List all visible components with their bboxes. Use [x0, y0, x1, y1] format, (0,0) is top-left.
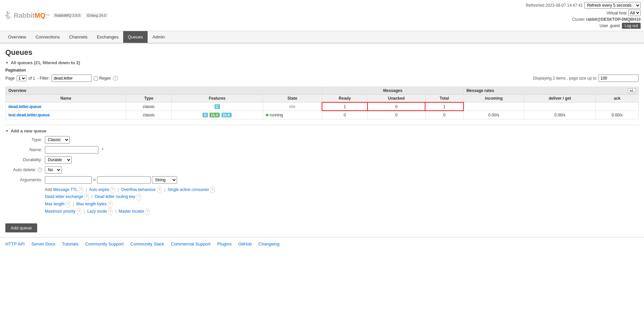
max-priority-link[interactable]: Maximum priority	[45, 209, 75, 214]
lazy-mode-help[interactable]: ?	[108, 208, 113, 215]
regex-checkbox[interactable]	[94, 76, 98, 81]
auto-expire-help[interactable]: ?	[110, 186, 115, 194]
queues-table: Overview Messages Message rates +/- Name…	[5, 87, 639, 119]
queue-ready: 0	[322, 111, 368, 119]
add-queue-label: Add a new queue	[11, 128, 47, 133]
page-size-info: Displaying 2 items , page size up to:	[533, 75, 639, 82]
logo-tm: TM	[45, 13, 50, 16]
master-locator-link[interactable]: Master locator	[119, 209, 144, 214]
queue-features: D	[172, 102, 263, 111]
arguments-row: Arguments: = String Number Boolean	[5, 176, 639, 184]
max-length-link[interactable]: Max length	[45, 202, 65, 206]
max-priority-help[interactable]: ?	[77, 208, 81, 215]
logo-area: 🐇 RabbitMQTM RabbitMQ 3.9.5 Erlang 24.0	[3, 11, 108, 20]
col-features: Features	[172, 95, 263, 103]
single-active-link[interactable]: Single active consumer	[168, 187, 209, 192]
msg-ttl-help[interactable]: ?	[79, 186, 83, 194]
nav-exchanges[interactable]: Exchanges	[92, 31, 123, 43]
footer-tutorials[interactable]: Tutorials	[62, 241, 78, 246]
overflow-link[interactable]: Overflow behaviour	[121, 187, 156, 192]
overflow-help[interactable]: ?	[157, 186, 162, 194]
auto-delete-help[interactable]: ?	[37, 168, 42, 172]
footer-community-support[interactable]: Community Support	[85, 241, 124, 246]
single-active-help[interactable]: ?	[210, 186, 215, 194]
message-rates-col-header: Message rates +/-	[464, 87, 639, 95]
args-value-input[interactable]	[97, 176, 151, 184]
queue-unacked: 0	[368, 111, 425, 119]
page-size-input[interactable]	[598, 75, 639, 82]
auto-delete-label: Auto delete: ?	[5, 167, 42, 172]
nav-connections[interactable]: Connections	[31, 31, 64, 43]
queue-features: D DLX DLK	[172, 111, 263, 119]
col-state: State	[263, 95, 322, 103]
footer: HTTP API Server Docs Tutorials Community…	[0, 237, 644, 250]
col-type: Type	[126, 95, 172, 103]
args-type-select[interactable]: String Number Boolean	[152, 176, 177, 184]
triangle-icon: ▼	[5, 61, 9, 65]
max-length-bytes-help[interactable]: ?	[108, 201, 112, 208]
regex-help[interactable]: ?	[113, 76, 118, 81]
args-inputs: = String Number Boolean	[45, 176, 177, 184]
refresh-select[interactable]: Refresh every 5 seconds Refresh every 10…	[584, 2, 641, 9]
queue-state: running	[263, 111, 322, 119]
regex-label[interactable]: Regex	[94, 76, 111, 81]
queue-type: classic	[126, 102, 172, 111]
topbar: 🐇 RabbitMQTM RabbitMQ 3.9.5 Erlang 24.0 …	[0, 0, 644, 31]
page-label: Page	[5, 76, 15, 81]
page-select[interactable]: 1	[17, 75, 26, 81]
footer-github[interactable]: GitHub	[238, 241, 252, 246]
topbar-right: Refreshed 2023-08-07 14:47:41 Refresh ev…	[526, 2, 641, 29]
lazy-mode-link[interactable]: Lazy mode	[87, 209, 107, 214]
dead-letter-exchange-help[interactable]: ?	[84, 193, 89, 201]
auto-delete-row: Auto delete: ? No Yes	[5, 166, 639, 174]
vhost-select[interactable]: All	[628, 10, 641, 16]
queue-unacked: 0	[368, 102, 425, 111]
footer-server-docs[interactable]: Server Docs	[31, 241, 56, 246]
name-row: Name: *	[5, 146, 639, 153]
durability-select[interactable]: Durable Transient	[45, 156, 72, 164]
add-queue-form: Type: Classic Quorum Stream Name: * Dura…	[5, 136, 639, 215]
auto-delete-select[interactable]: No Yes	[45, 166, 62, 174]
cluster-row: Cluster rabbit@DESKTOP-0MQBH10	[572, 17, 641, 22]
master-locator-help[interactable]: ?	[145, 208, 150, 215]
footer-commercial-support[interactable]: Commercial Support	[171, 241, 211, 246]
dead-letter-exchange-link[interactable]: Dead letter exchange	[45, 194, 83, 199]
dead-letter-routing-key-help[interactable]: ?	[136, 193, 141, 201]
queue-ready: 1	[322, 102, 368, 111]
queue-incoming	[464, 102, 524, 111]
add-queue-button[interactable]: Add queue	[5, 223, 37, 232]
filter-input[interactable]	[52, 75, 92, 82]
name-label: Name:	[5, 147, 42, 152]
plus-minus-btn[interactable]: +/-	[628, 88, 636, 93]
type-select[interactable]: Classic Quorum Stream	[45, 136, 70, 143]
queue-ack: 0.00/s	[596, 111, 639, 119]
add-links: Add Message TTL ? | Auto expire ? | Over…	[45, 186, 639, 215]
nav-queues[interactable]: Queues	[123, 31, 148, 43]
name-input[interactable]	[45, 146, 98, 153]
add-queue-header[interactable]: ▼ Add a new queue	[5, 128, 639, 133]
footer-changelog[interactable]: Changelog	[258, 241, 279, 246]
nav-admin[interactable]: Admin	[148, 31, 169, 43]
footer-http-api[interactable]: HTTP API	[5, 241, 25, 246]
footer-plugins[interactable]: Plugins	[217, 241, 232, 246]
max-length-bytes-link[interactable]: Max length bytes	[76, 202, 107, 206]
args-key-input[interactable]	[45, 176, 92, 184]
all-queues-header[interactable]: ▼ All queues (21, filtered down to 2)	[5, 60, 639, 65]
type-row: Type: Classic Quorum Stream	[5, 136, 639, 143]
nav-channels[interactable]: Channels	[64, 31, 92, 43]
max-length-help[interactable]: ?	[66, 201, 70, 208]
auto-expire-link[interactable]: Auto expire	[89, 187, 109, 192]
page-title: Queues	[5, 48, 639, 57]
triangle-icon: ▼	[5, 129, 9, 133]
col-incoming: incoming	[464, 95, 524, 103]
msg-ttl-link[interactable]: Message TTL	[53, 187, 78, 192]
col-unacked: Unacked	[368, 95, 425, 103]
refresh-row: Refreshed 2023-08-07 14:47:41 Refresh ev…	[526, 2, 641, 9]
logout-button[interactable]: Log out	[622, 23, 641, 29]
footer-community-slack[interactable]: Community Slack	[130, 241, 164, 246]
queue-name-link[interactable]: test.dead.letter.queue	[8, 113, 50, 117]
dead-letter-routing-key-link[interactable]: Dead letter routing key	[95, 194, 135, 199]
queue-name-link[interactable]: dead.letter.queue	[8, 104, 42, 109]
nav-overview[interactable]: Overview	[3, 31, 31, 43]
vhost-row: Virtual host All	[607, 10, 641, 16]
